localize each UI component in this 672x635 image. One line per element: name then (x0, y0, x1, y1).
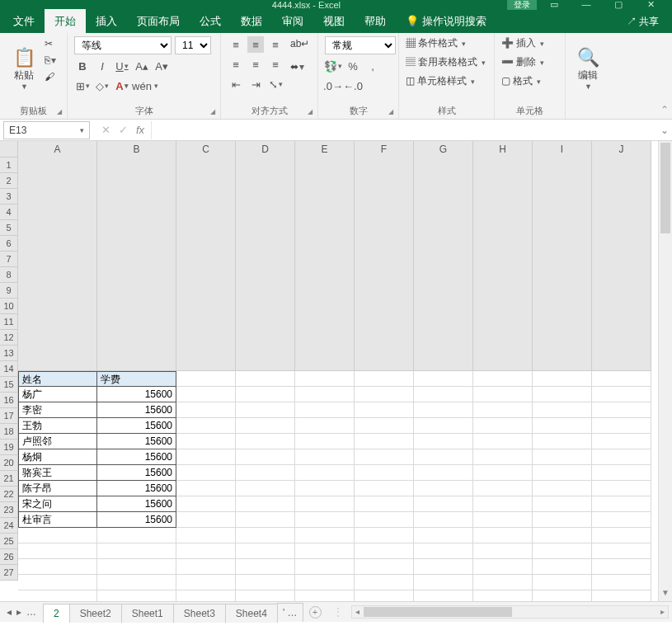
sheet-tab[interactable]: 2 (43, 604, 70, 623)
cell[interactable] (236, 590, 295, 601)
scroll-thumb[interactable] (660, 143, 670, 233)
cell[interactable] (592, 590, 651, 601)
font-size-select[interactable]: 11 (175, 36, 211, 54)
cell[interactable] (533, 512, 592, 528)
cell[interactable] (236, 512, 295, 528)
increase-decimal-button[interactable]: .0→ (325, 78, 341, 94)
sheet-tab[interactable]: Sheet2 (69, 604, 122, 623)
cell[interactable] (295, 434, 355, 449)
align-bottom-button[interactable]: ≡ (267, 36, 284, 53)
cell[interactable] (592, 543, 651, 559)
format-painter-icon[interactable]: 🖌 (45, 69, 56, 84)
cell[interactable] (236, 543, 295, 559)
first-sheet-icon[interactable]: ◂ (7, 606, 12, 618)
row-header[interactable]: 21 (0, 471, 18, 487)
fx-icon[interactable]: fx (136, 124, 144, 136)
tab-help[interactable]: 帮助 (355, 9, 396, 34)
cell[interactable] (295, 449, 355, 465)
scroll-thumb[interactable] (364, 607, 512, 617)
cell[interactable] (414, 402, 473, 418)
cell[interactable] (355, 559, 414, 575)
cell[interactable] (355, 449, 414, 465)
cell[interactable] (533, 465, 592, 481)
cell[interactable] (473, 402, 533, 418)
row-header[interactable]: 1 (0, 158, 18, 173)
cell[interactable]: 杜审言 (18, 512, 97, 528)
cell[interactable]: 15600 (97, 512, 176, 528)
cell[interactable] (97, 528, 176, 543)
comma-format-button[interactable]: , (364, 58, 381, 74)
cell[interactable] (295, 465, 355, 481)
align-middle-button[interactable]: ≡ (247, 36, 264, 53)
row-header[interactable]: 17 (0, 408, 18, 424)
cell[interactable] (176, 496, 236, 512)
cell[interactable] (176, 559, 236, 575)
cell[interactable] (236, 449, 295, 465)
cell[interactable]: 15600 (97, 465, 176, 481)
cell[interactable] (533, 543, 592, 559)
cell[interactable] (236, 528, 295, 543)
row-header[interactable]: 3 (0, 189, 18, 205)
cell[interactable] (473, 387, 533, 402)
row-header[interactable]: 8 (0, 267, 18, 283)
sheet-tab[interactable]: Sheet4 (225, 604, 278, 623)
col-header-F[interactable]: F (355, 141, 414, 371)
cell[interactable] (592, 465, 651, 481)
cell[interactable]: 15600 (97, 496, 176, 512)
cell[interactable] (355, 481, 414, 496)
cell[interactable] (414, 465, 473, 481)
collapse-ribbon-icon[interactable]: ⌃ (660, 104, 669, 115)
row-header[interactable]: 26 (0, 549, 18, 565)
percent-format-button[interactable]: % (345, 58, 361, 74)
cell[interactable]: 陈子昂 (18, 481, 97, 496)
cell[interactable]: 15600 (97, 449, 176, 465)
col-header-E[interactable]: E (295, 141, 355, 371)
col-header-A[interactable]: A (18, 141, 97, 371)
cell[interactable] (414, 387, 473, 402)
cell[interactable] (592, 387, 651, 402)
minimize-icon[interactable]: — (571, 0, 601, 9)
cell[interactable] (533, 481, 592, 496)
col-header-I[interactable]: I (533, 141, 592, 371)
conditional-formatting-button[interactable]: ▦ 条件格式 ▾ (406, 36, 466, 50)
copy-icon[interactable]: ⎘▾ (45, 53, 56, 68)
cell[interactable] (355, 387, 414, 402)
align-center-button[interactable]: ≡ (247, 56, 264, 73)
cell[interactable] (533, 402, 592, 418)
cell[interactable] (473, 543, 533, 559)
cell[interactable] (355, 512, 414, 528)
cell[interactable] (355, 371, 414, 387)
row-header[interactable]: 6 (0, 236, 18, 252)
tab-file[interactable]: 文件 (3, 9, 45, 34)
decrease-decimal-button[interactable]: ←.0 (345, 78, 361, 94)
cell[interactable]: 15600 (97, 402, 176, 418)
more-sheets[interactable]: ' … (277, 603, 303, 622)
cell[interactable] (295, 387, 355, 402)
cell[interactable] (176, 543, 236, 559)
cell[interactable] (414, 371, 473, 387)
align-left-button[interactable]: ≡ (228, 56, 244, 73)
tab-search[interactable]: 💡 操作说明搜索 (396, 9, 496, 34)
cell[interactable] (473, 575, 533, 590)
sheet-tab[interactable]: Sheet3 (173, 604, 226, 623)
cell[interactable] (97, 575, 176, 590)
decrease-indent-button[interactable]: ⇤ (228, 76, 244, 92)
cell[interactable] (473, 512, 533, 528)
cell[interactable] (592, 418, 651, 434)
cell[interactable] (414, 481, 473, 496)
cell-styles-button[interactable]: ◫ 单元格样式 ▾ (406, 74, 475, 88)
close-icon[interactable]: ✕ (636, 0, 665, 10)
cell[interactable] (473, 528, 533, 543)
cell[interactable]: 杨广 (18, 387, 97, 402)
cell[interactable] (236, 575, 295, 590)
increase-font-button[interactable]: A▴ (134, 58, 150, 74)
cell[interactable] (533, 371, 592, 387)
cell[interactable] (355, 418, 414, 434)
number-format-select[interactable]: 常规 (325, 36, 396, 54)
cell[interactable] (473, 481, 533, 496)
cell[interactable] (414, 559, 473, 575)
cell[interactable] (236, 481, 295, 496)
cell[interactable] (592, 559, 651, 575)
accounting-format-button[interactable]: 💱▾ (325, 58, 341, 74)
cell[interactable] (355, 590, 414, 601)
